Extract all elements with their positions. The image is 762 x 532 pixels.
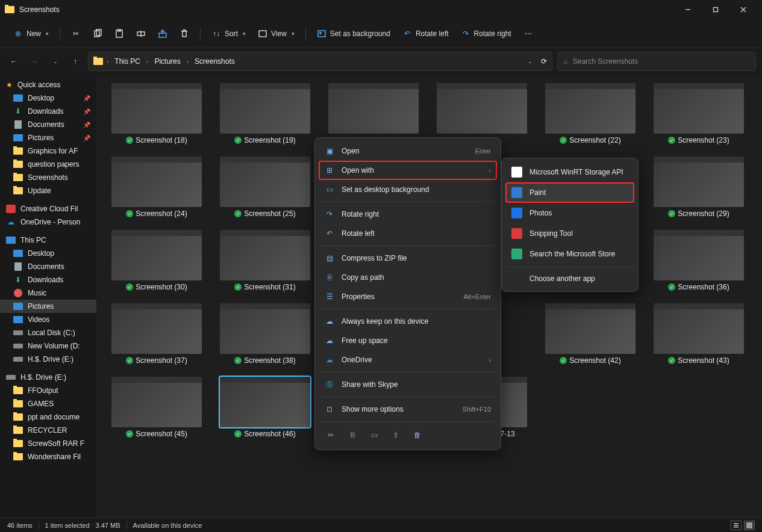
sort-button[interactable]: ↑↓Sort▾	[207, 25, 251, 42]
file-item[interactable]: ✓Screenshot (36)	[647, 230, 751, 291]
sidebar-quick-access[interactable]: ★Quick access	[0, 78, 96, 91]
sidebar-item[interactable]: New Volume (D:	[0, 339, 96, 353]
maximize-button[interactable]	[702, 0, 729, 19]
ctx-rotate-right[interactable]: ↷Rotate right	[319, 205, 497, 224]
ctx-compress[interactable]: ▤Compress to ZIP file	[319, 249, 497, 268]
search-input[interactable]: ⌕ Search Screenshots	[557, 52, 756, 71]
sidebar-item[interactable]: Creative Cloud Fil	[0, 202, 96, 215]
file-item[interactable]: ✓Screenshot (46)	[213, 377, 317, 447]
refresh-button[interactable]: ⟳	[541, 57, 547, 66]
open-with-app[interactable]: Search the Microsoft Store	[505, 244, 634, 264]
recent-button[interactable]: ⌄	[47, 54, 63, 69]
file-item[interactable]: ✓Screenshot (42)	[539, 303, 642, 365]
ctx-skype[interactable]: ⓈShare with Skype	[319, 375, 497, 394]
sidebar-item[interactable]: Graphics for AF	[0, 144, 96, 158]
rotate-left-button[interactable]: ↶Rotate left	[398, 25, 454, 42]
file-item[interactable]: ✓Screenshot (18)	[105, 83, 208, 144]
file-item[interactable]: ✓Screenshot (23)	[647, 83, 751, 144]
details-view-button[interactable]	[731, 521, 742, 530]
file-item[interactable]: ✓Screenshot (22)	[539, 83, 642, 144]
sidebar-item[interactable]: Pictures📌	[0, 131, 96, 144]
cut-button[interactable]: ✂	[66, 25, 86, 42]
sidebar-item[interactable]: ⬇Downloads	[0, 273, 96, 286]
choose-another-app[interactable]: Choose another app	[505, 270, 634, 288]
share-button[interactable]	[153, 25, 172, 42]
sidebar-item[interactable]: FFOutput	[0, 384, 96, 397]
crumb-screenshots[interactable]: Screenshots	[192, 56, 237, 67]
copy-button[interactable]	[88, 25, 107, 42]
sidebar-item[interactable]: RECYCLER	[0, 424, 96, 437]
file-item[interactable]: ✓Screenshot (24)	[105, 156, 208, 218]
ctx-open[interactable]: ▣OpenEnter	[319, 141, 497, 161]
minimize-button[interactable]	[674, 0, 702, 19]
file-item[interactable]: ✓Screenshot (45)	[105, 377, 208, 447]
sidebar-item[interactable]: ⬇Downloads📌	[0, 105, 96, 118]
sidebar-item[interactable]: Documents📌	[0, 118, 96, 131]
more-button[interactable]: ⋯	[519, 25, 538, 42]
open-with-app[interactable]: Microsoft WinRT Storage API	[505, 162, 634, 182]
open-with-app[interactable]: Snipping Tool	[505, 223, 634, 244]
sidebar-item[interactable]: Music	[0, 286, 96, 300]
forward-button[interactable]: →	[27, 54, 42, 69]
ctx-set-bg[interactable]: ▭Set as desktop background	[319, 180, 497, 199]
ctx-copy-path[interactable]: ⎘Copy as path	[319, 268, 497, 287]
sidebar-item[interactable]: Local Disk (C:)	[0, 326, 96, 339]
close-button[interactable]	[729, 0, 757, 19]
file-item[interactable]: ✓Screenshot (43)	[647, 303, 751, 365]
file-item[interactable]: ✓Screenshot (30)	[105, 230, 208, 291]
sidebar-item[interactable]: question papers	[0, 158, 96, 171]
file-item[interactable]: ✓Screenshot (29)	[647, 156, 751, 218]
sidebar-this-pc[interactable]: This PC	[0, 234, 96, 247]
ctx-share[interactable]: ⇪	[390, 429, 402, 441]
thumbnail	[328, 83, 419, 134]
sidebar-item[interactable]: ppt and docume	[0, 410, 96, 424]
ctx-free-up[interactable]: ☁Free up space	[319, 331, 497, 350]
sidebar-item[interactable]: Desktop📌	[0, 91, 96, 105]
sidebar-item[interactable]: Screenshots	[0, 171, 96, 184]
rotate-right-button[interactable]: ↷Rotate right	[456, 25, 516, 42]
crumb-this-pc[interactable]: This PC	[112, 56, 143, 67]
sidebar-item[interactable]: ☁OneDrive - Person	[0, 215, 96, 229]
thumbnails-view-button[interactable]	[744, 521, 755, 530]
sidebar-item[interactable]: ScrewSoft RAR F	[0, 437, 96, 450]
file-item[interactable]	[322, 83, 425, 144]
chevron-down-icon[interactable]: ⌄	[528, 58, 532, 64]
ctx-rotate-left[interactable]: ↶Rotate left	[319, 224, 497, 243]
sidebar-ext-drive[interactable]: H.$. Drive (E:)	[0, 371, 96, 384]
ctx-cut[interactable]: ✂	[325, 429, 337, 441]
sidebar-item[interactable]: Desktop	[0, 247, 96, 260]
ctx-delete[interactable]: 🗑	[411, 429, 423, 441]
file-item[interactable]: ✓Screenshot (25)	[213, 156, 317, 218]
sidebar-item[interactable]: Documents	[0, 260, 96, 273]
sidebar-item[interactable]: Update	[0, 184, 96, 197]
file-item[interactable]: ✓Screenshot (19)	[213, 83, 317, 144]
view-button[interactable]: View▾	[253, 25, 299, 42]
file-item[interactable]	[430, 83, 534, 144]
set-background-button[interactable]: Set as background	[312, 25, 395, 42]
file-item[interactable]: ✓Screenshot (31)	[213, 230, 317, 291]
crumb-pictures[interactable]: Pictures	[152, 56, 183, 67]
sidebar-item[interactable]: Wondershare Fil	[0, 450, 96, 463]
sidebar-item[interactable]: Videos	[0, 313, 96, 326]
address-bar[interactable]: › This PC› Pictures› Screenshots ⌄ ⟳	[88, 52, 552, 71]
ctx-rename[interactable]: ▭	[368, 429, 380, 441]
ctx-always-keep[interactable]: ☁Always keep on this device	[319, 312, 497, 331]
up-button[interactable]: ↑	[67, 54, 83, 69]
rename-button[interactable]	[131, 25, 151, 42]
sidebar-item[interactable]: GAMES	[0, 397, 96, 410]
ctx-properties[interactable]: ☰PropertiesAlt+Enter	[319, 287, 497, 306]
open-with-app[interactable]: Paint	[505, 182, 634, 203]
open-with-app[interactable]: Photos	[505, 203, 634, 223]
sidebar-item[interactable]: Pictures	[0, 300, 96, 313]
sidebar-item[interactable]: H.$. Drive (E:)	[0, 353, 96, 366]
ctx-more-options[interactable]: ⊡Show more optionsShift+F10	[319, 400, 497, 419]
paste-button[interactable]	[110, 25, 129, 42]
ctx-open-with[interactable]: ⊞Open with›	[319, 161, 497, 180]
file-item[interactable]: ✓Screenshot (38)	[213, 303, 317, 365]
file-item[interactable]: ✓Screenshot (37)	[105, 303, 208, 365]
delete-button[interactable]	[175, 25, 194, 42]
back-button[interactable]: ←	[6, 54, 22, 69]
new-button[interactable]: ⊕New▾	[8, 25, 54, 42]
ctx-copy[interactable]: ⎘	[346, 429, 358, 441]
ctx-onedrive[interactable]: ☁OneDrive›	[319, 350, 497, 370]
